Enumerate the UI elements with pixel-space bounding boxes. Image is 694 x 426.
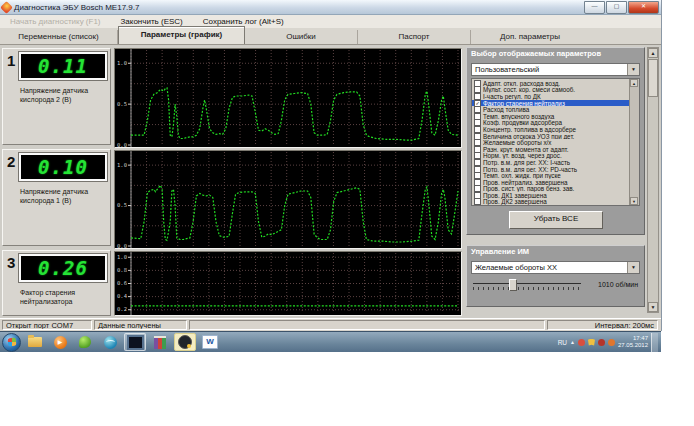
checkbox-icon[interactable] — [474, 146, 481, 153]
parameter-item-label: I-часть регул. по ДК — [483, 93, 541, 100]
gauge-label: Напряжение датчика кислорода 2 (В) — [20, 86, 108, 104]
checkbox-icon[interactable] — [474, 126, 481, 133]
parameter-item[interactable]: Адапт. откл. расхода возд. — [472, 80, 630, 87]
parameter-item[interactable]: Мульт. сост. кор. смеси самооб. — [472, 87, 630, 94]
parameter-item[interactable]: Пров. ДК1 завершена — [472, 192, 630, 199]
lcd-display: 0.11 — [19, 52, 107, 80]
tray-shield-icon[interactable] — [588, 339, 595, 346]
parameter-item[interactable]: Норм. ут. возд. через дрос. — [472, 153, 630, 160]
checkbox-icon[interactable] — [474, 153, 481, 160]
checkbox-icon[interactable] — [474, 199, 481, 206]
parameter-item[interactable]: I-часть регул. по ДК — [472, 93, 630, 100]
scroll-down-icon[interactable]: ▼ — [648, 302, 658, 312]
menu-save-log[interactable]: Сохранить лог (Alt+S) — [193, 17, 294, 26]
checkbox-icon[interactable] — [474, 159, 481, 166]
checkbox-icon[interactable] — [474, 120, 481, 127]
checkbox-icon[interactable] — [474, 179, 481, 186]
clear-all-button[interactable]: Убрать ВСЕ — [509, 211, 603, 229]
minimize-button-icon[interactable]: — — [584, 1, 605, 14]
scroll-up-icon[interactable]: ▲ — [648, 48, 658, 58]
tab-parameters-graph[interactable]: Параметры (график) — [118, 26, 245, 44]
tray-orange-icon[interactable] — [608, 339, 615, 346]
checkbox-icon[interactable]: ✓ — [474, 100, 481, 107]
tray-red-icon[interactable] — [578, 339, 585, 346]
preset-combobox[interactable]: Пользовательский ▼ — [471, 63, 640, 76]
maximize-button-icon[interactable]: ▢ — [606, 1, 627, 14]
parameter-item[interactable]: Потр. в.м. для рег. ХХ: I-часть — [472, 159, 630, 166]
actuator-combobox[interactable]: Желаемые обороты ХХ ▼ — [471, 261, 640, 274]
chevron-down-icon[interactable]: ▼ — [627, 262, 639, 273]
parameter-item[interactable]: Концентр. топлива в адсорбере — [472, 126, 630, 133]
tray-darkred-icon[interactable] — [598, 339, 605, 346]
checkbox-icon[interactable] — [474, 106, 481, 113]
gauge-number: 2 — [7, 153, 15, 170]
tab-extra-parameters[interactable]: Доп. параметры — [471, 30, 589, 44]
tab-errors[interactable]: Ошибки — [245, 30, 358, 44]
parameter-item-label: Концентр. топлива в адсорбере — [483, 126, 576, 133]
language-indicator[interactable]: RU — [558, 339, 567, 346]
rpm-slider[interactable]: 1010 об/мин — [473, 278, 638, 296]
hidden-icons-caret-icon[interactable]: ▲ — [570, 339, 575, 345]
word-button[interactable]: W — [199, 333, 221, 351]
parameter-item[interactable]: Разн. крут. момента от адапт. — [472, 146, 630, 153]
scroll-down-icon[interactable]: ▼ — [630, 197, 638, 205]
show-desktop-button[interactable] — [651, 333, 658, 352]
media-player-button[interactable]: ▶ — [49, 333, 71, 351]
checkbox-icon[interactable] — [474, 87, 481, 94]
app-window: Диагностика ЭБУ Bosch ME17.9.7 — ▢ ✕ Нач… — [0, 0, 662, 331]
menu-start-diagnostics[interactable]: Начать диагностику (F1) — [0, 17, 111, 26]
y-tick-label: 0.2 — [116, 306, 127, 312]
slider-track[interactable] — [473, 283, 581, 284]
checkbox-icon[interactable] — [474, 80, 481, 87]
parameter-item[interactable]: Пров. нейтрализ. завершена — [472, 179, 630, 186]
scroll-up-icon[interactable]: ▲ — [630, 79, 638, 87]
checkbox-icon[interactable] — [474, 166, 481, 173]
checkbox-icon[interactable] — [474, 192, 481, 199]
tab-passport[interactable]: Паспорт — [358, 30, 471, 44]
start-button-icon[interactable] — [2, 333, 21, 352]
diagnostics-app-button[interactable] — [174, 333, 196, 351]
parameter-item[interactable]: Пров. ДК2 завершена — [472, 199, 630, 206]
green-app-icon — [79, 336, 91, 348]
parameter-item[interactable]: ✓Фактор старения нейтрализ — [472, 100, 630, 107]
parameter-item[interactable]: Коэф. продувки адсорбера — [472, 120, 630, 127]
slider-thumb[interactable] — [509, 279, 517, 291]
parameter-item[interactable]: Темп. впускного воздуха — [472, 113, 630, 120]
y-tick-label: 0.8 — [116, 267, 127, 273]
parameter-item[interactable]: Потр. в.м. для рег. ХХ: PD-часть — [472, 166, 630, 173]
browser-button[interactable] — [99, 333, 121, 351]
checkbox-icon[interactable] — [474, 93, 481, 100]
green-app-button[interactable] — [74, 333, 96, 351]
content-scrollbar[interactable]: ▲ ▼ — [647, 47, 659, 313]
checkbox-icon[interactable] — [474, 113, 481, 120]
taskbar-clock[interactable]: 17:47 27.05.2012 — [618, 335, 648, 349]
catalyst-aging-chart: 1.00.80.60.40.2 — [114, 251, 462, 316]
list-scrollbar[interactable]: ▲ ▼ — [629, 79, 639, 205]
parameter-item-label: Мульт. сост. кор. смеси самооб. — [483, 87, 575, 94]
parameter-item[interactable]: Желаемые обороты х/х — [472, 139, 630, 146]
taskbar: ▶ W RU ▲ 17:47 27.05.2012 — [0, 331, 661, 352]
checkbox-icon[interactable] — [474, 133, 481, 140]
checkbox-icon[interactable] — [474, 172, 481, 179]
chevron-down-icon[interactable]: ▼ — [627, 64, 639, 75]
gauge-number: 3 — [7, 254, 15, 271]
tab-bar: Переменные (список) Параметры (график) О… — [0, 28, 661, 45]
winrar-button[interactable] — [149, 333, 171, 351]
checkbox-icon[interactable] — [474, 139, 481, 146]
explorer-button[interactable] — [24, 333, 46, 351]
close-button-icon[interactable]: ✕ — [628, 1, 659, 14]
scrollbar-thumb[interactable] — [648, 59, 658, 97]
parameter-item[interactable]: Пров. сист. уп. паров бенз. зав. — [472, 186, 630, 193]
title-bar[interactable]: Диагностика ЭБУ Bosch ME17.9.7 — ▢ ✕ — [0, 0, 661, 15]
parameter-item[interactable]: Темп. охл. жидк. при пуске — [472, 172, 630, 179]
diagnostics-window-button[interactable] — [124, 333, 146, 351]
play-icon: ▶ — [54, 336, 67, 349]
y-tick-label: 0.5 — [116, 101, 127, 107]
tab-variables-list[interactable]: Переменные (список) — [0, 30, 118, 44]
menu-finish[interactable]: Закончить (ESC) — [111, 17, 193, 26]
parameter-item[interactable]: Расход топлива — [472, 106, 630, 113]
parameter-item-label: Пров. нейтрализ. завершена — [483, 179, 568, 186]
parameter-item[interactable]: Величина отскока УОЗ при дет. — [472, 133, 630, 140]
checkbox-icon[interactable] — [474, 186, 481, 193]
folder-icon — [28, 337, 42, 347]
